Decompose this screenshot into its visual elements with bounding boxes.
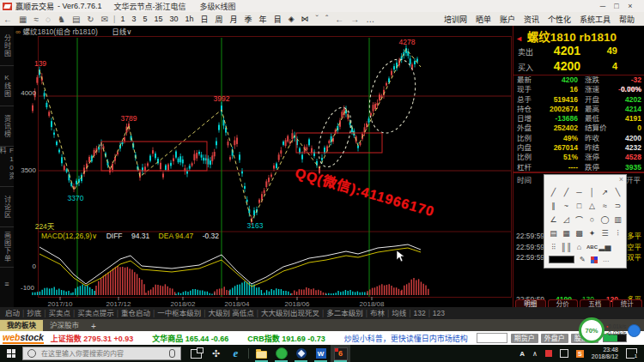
menu-帮助[interactable]: 帮助 [615, 14, 639, 25]
quick-login-input[interactable] [477, 333, 507, 343]
account-button-期货户[interactable]: 期货户 [511, 334, 538, 343]
chart-area[interactable]: ∞ 螺纹1810(组合 rb1810) 日线∨ 400035000-100139… [14, 26, 513, 307]
period-button-1[interactable]: 1 [117, 15, 128, 23]
microphone-icon[interactable] [169, 349, 175, 358]
sidebar-menu-icon[interactable]: ≡ [0, 280, 14, 288]
indicator-item-8[interactable]: 多二本级别 [326, 309, 363, 317]
draw-tool-icon-2-3[interactable]: ○ [586, 213, 598, 226]
network-widget[interactable]: 70% ▪0.01k/s ▪0.02k/s [579, 317, 641, 343]
draw-tool-icon-1-5[interactable]: ⊃ [611, 199, 624, 213]
toolbar-nav-icon-0[interactable]: ˇ [313, 15, 322, 24]
draw-tool-icon-3-1[interactable]: ▦ [560, 226, 573, 240]
draw-tool-icon-4-3[interactable]: ABC [586, 240, 598, 254]
bid-row[interactable]: 买入 4200 4 [513, 59, 644, 74]
period-button-15[interactable]: 15 [151, 15, 167, 23]
draw-tool-icon-3-0[interactable]: ▤ [547, 226, 560, 240]
page-tab-沪深股市[interactable]: 沪深股市 [43, 320, 86, 331]
minimize-button[interactable]: ─ [596, 2, 610, 10]
period-button-1h[interactable]: 1h [182, 15, 197, 23]
indicator-item-7[interactable]: 大大级别出现死叉 [261, 309, 319, 317]
tray-window-icon[interactable] [560, 349, 568, 358]
indicator-item-11[interactable]: 132 [413, 309, 425, 317]
draw-tool-icon-2-0[interactable]: ∠ [547, 213, 560, 226]
draw-tool-icon-2-5[interactable]: ▥ [611, 213, 624, 226]
toolbar-icon-5[interactable]: ▤ [69, 15, 83, 24]
color-grid-icon[interactable] [591, 256, 598, 263]
toolbar-icon-3[interactable]: ◌ [42, 15, 54, 24]
ask-row[interactable]: 卖出 4201 49 [513, 44, 644, 58]
search-input[interactable] [39, 349, 169, 359]
toolbar-nav-icon-3[interactable]: → [347, 15, 362, 24]
draw-tool-icon-3-4[interactable]: ☰ [598, 226, 611, 240]
indicator-item-2[interactable]: 买卖点 [48, 309, 70, 317]
account-button-外盘户[interactable]: 外盘户 [541, 334, 568, 343]
period-button-30[interactable]: 30 [167, 15, 182, 23]
toolbar-nav-icon-4[interactable]: … [362, 15, 378, 24]
indicator-item-1[interactable]: 抄底 [27, 309, 41, 317]
taskbar-clock[interactable]: 23:482018/8/12 [592, 347, 618, 360]
period-button-◈[interactable]: ◈ [285, 15, 298, 23]
close-button[interactable]: × [623, 2, 637, 10]
period-button-⋈[interactable]: ⋈ [298, 15, 313, 23]
indicator-item-9[interactable]: 布林 [370, 309, 385, 317]
browser-app-icon[interactable] [291, 345, 311, 362]
sidebar-item-4[interactable]: F10资料 [0, 147, 14, 187]
draw-tool-icon-3-5[interactable]: ⫶ [611, 226, 624, 240]
draw-tool-icon-3-3[interactable]: ✦ [586, 226, 598, 240]
toolbar-icon-7[interactable]: ✉ [98, 15, 112, 24]
sidebar-item-6[interactable]: 画图下单 [0, 227, 14, 268]
draw-tool-icon-4-5[interactable] [611, 240, 624, 254]
toolbar-nav-icon-2[interactable]: ← [331, 15, 347, 24]
indicator-item-5[interactable]: 一中枢本级别 [157, 309, 201, 317]
period-button-周[interactable]: 周 [212, 14, 227, 25]
draw-tool-icon-1-2[interactable]: □ [573, 199, 586, 213]
menu-账户[interactable]: 账户 [495, 14, 519, 25]
draw-tool-icon-1-0[interactable]: ∥ [547, 199, 560, 213]
period-button-5[interactable]: 5 [139, 15, 150, 23]
period-button-季[interactable]: 季 [241, 14, 256, 25]
brush-icon[interactable]: ✎ [580, 256, 586, 263]
draw-tool-icon-1-1[interactable]: ~ [560, 199, 573, 213]
toolbar-icon-2[interactable]: ≈ [30, 15, 42, 24]
sogou-ime-icon[interactable]: S [576, 350, 584, 358]
draw-tool-icon-1-4[interactable]: ≈ [598, 199, 611, 213]
assistant-icon[interactable] [628, 324, 641, 337]
candlestick-chart[interactable] [14, 36, 513, 307]
draw-tool-icon-2-1[interactable]: ◿ [560, 213, 573, 226]
draw-tool-icon-3-2[interactable]: ▩ [573, 226, 586, 240]
close-icon[interactable]: × [619, 175, 623, 184]
draw-tool-icon-0-2[interactable]: ─ [573, 185, 586, 199]
toolbar-icon-6[interactable]: ↻ [83, 15, 97, 24]
indicator-item-4[interactable]: 重仓启动 [121, 309, 150, 317]
net-percent-badge[interactable]: 70% [579, 317, 605, 343]
quote-title[interactable]: ◄ 螺纹1810 rb1810 [513, 27, 644, 45]
draw-tool-icon-4-1[interactable]: ║║ [560, 240, 573, 254]
sidebar-item-5[interactable]: 讨论区 [0, 187, 14, 227]
hidden-icons-chevron[interactable]: ∧ [532, 350, 538, 358]
indicator-item-3[interactable]: 买卖点提示 [77, 309, 114, 317]
period-button-3[interactable]: 3 [128, 15, 139, 23]
draw-tool-icon-0-3[interactable]: │ [586, 185, 598, 199]
toolbar-icon-0[interactable]: ← [0, 15, 15, 24]
notice-text[interactable]: 炒股小科普，更快读懂日内市场结构 [344, 333, 468, 344]
draw-tool-icon-0-1[interactable]: ╱ [560, 185, 573, 199]
draw-tool-icon-4-0[interactable]: ⫶⫶ [547, 240, 560, 254]
ime-indicator[interactable]: A [519, 350, 525, 358]
pinwheel-app-icon[interactable]: ✣ [206, 345, 226, 362]
period-button-目[interactable]: 目 [270, 14, 285, 25]
period-button-月[interactable]: 月 [227, 14, 241, 25]
macd-header[interactable]: MACD(12,26,9)∨ DIFF 94.31 DEA 94.47 -0.3… [41, 232, 219, 240]
bid-price[interactable]: 4200 [554, 59, 580, 73]
file-explorer-icon[interactable] [252, 345, 271, 362]
ask-price[interactable]: 4201 [554, 44, 580, 57]
task-view-button[interactable] [186, 345, 206, 362]
indicator-item-12[interactable]: 123 [433, 309, 445, 317]
draw-tool-icon-0-4[interactable]: ↗ [598, 185, 611, 199]
draw-tool-icon-4-4[interactable]: ▂▅ [598, 240, 611, 254]
taskbar-search[interactable] [22, 347, 181, 360]
indicator-item-0[interactable]: 启动 [5, 309, 20, 317]
maximize-button[interactable]: □ [610, 2, 623, 10]
period-button-年[interactable]: 年 [256, 14, 270, 25]
draw-tool-icon-2-2[interactable]: ⌒ [573, 213, 586, 226]
toolbar-icon-1[interactable]: ▦ [15, 15, 30, 24]
